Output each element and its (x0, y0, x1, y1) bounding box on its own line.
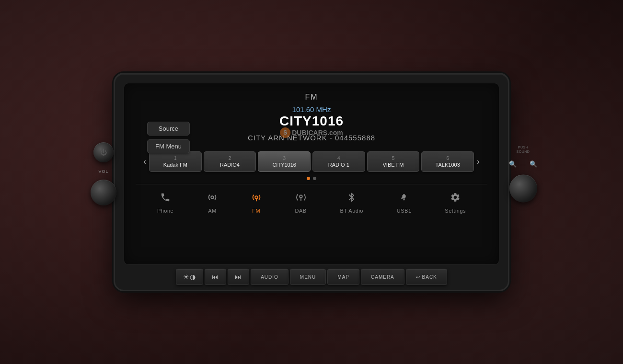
preset-btn-5[interactable]: 5 VIBE FM (367, 151, 420, 172)
preset-next-arrow[interactable]: › (474, 157, 483, 167)
page-dots (136, 177, 487, 180)
phone-label: Phone (157, 208, 173, 214)
nav-item-fm[interactable]: FM (247, 190, 265, 216)
hw-btn-back[interactable]: ↩ BACK (406, 269, 447, 285)
zoom-in-icon: 🔍 (530, 161, 537, 168)
car-dashboard: ⏻ VOL PUSH SOUND 🔍 — 🔍 (0, 0, 623, 364)
svg-point-3 (300, 195, 302, 198)
source-buttons: Source FM Menu (147, 122, 190, 153)
svg-point-1 (255, 196, 258, 199)
presets-row: 1 Kadak FM 2 RADIO4 3 CITY1016 4 RADIO 1… (149, 151, 474, 172)
vol-label: VOL (98, 169, 108, 174)
frequency-mhz: 101.60 MHz (136, 105, 487, 114)
volume-knob[interactable] (91, 180, 116, 205)
presets-container: ‹ 1 Kadak FM 2 RADIO4 3 CITY1016 4 RADIO… (140, 151, 483, 172)
nav-item-phone[interactable]: Phone (153, 190, 177, 216)
infotainment-unit: ⏻ VOL PUSH SOUND 🔍 — 🔍 (115, 74, 508, 290)
am-label: AM (208, 208, 217, 214)
hw-btn-map[interactable]: MAP (327, 269, 359, 285)
hw-btn-camera[interactable]: CAMERA (361, 269, 404, 285)
fm-label: FM (252, 208, 260, 214)
nav-item-am[interactable]: AM (203, 190, 221, 216)
source-button[interactable]: Source (147, 122, 190, 136)
preset-btn-1[interactable]: 1 Kadak FM (149, 151, 202, 172)
nav-item-bt_audio[interactable]: BT Audio (336, 190, 367, 216)
dubicars-icon: S (280, 127, 290, 138)
nav-item-dab[interactable]: DAB (291, 190, 311, 216)
hw-btn-menu[interactable]: MENU (290, 269, 326, 285)
left-controls: ⏻ VOL (91, 142, 116, 205)
fm-icon (251, 192, 262, 205)
dot-1 (307, 177, 310, 180)
preset-btn-6[interactable]: 6 TALK1003 (421, 151, 474, 172)
right-knob[interactable] (509, 175, 537, 203)
svg-point-0 (211, 196, 214, 199)
fm-title: FM (136, 93, 487, 102)
phone-icon (160, 192, 171, 205)
zoom-separator: — (520, 161, 526, 167)
hardware-buttons: ☀◑⏮⏭AUDIOMENUMAPCAMERA↩ BACK (124, 269, 499, 285)
preset-btn-4[interactable]: 4 RADIO 1 (312, 151, 365, 172)
preset-btn-2[interactable]: 2 RADIO4 (204, 151, 256, 172)
push-sound-label: PUSH SOUND (517, 145, 530, 154)
hw-btn-brightness[interactable]: ☀◑ (176, 269, 203, 285)
dab-icon (296, 192, 306, 205)
hw-btn-next[interactable]: ⏭ (228, 269, 249, 285)
fm-menu-button[interactable]: FM Menu (147, 139, 190, 153)
nav-item-usb1[interactable]: USB1 (393, 190, 415, 216)
bt_audio-label: BT Audio (340, 208, 363, 214)
power-knob[interactable]: ⏻ (93, 142, 114, 162)
right-controls: PUSH SOUND 🔍 — 🔍 (509, 145, 537, 202)
screen-content: FM Source FM Menu 101.60 MHz CITY1016 CI… (136, 93, 487, 172)
am-icon (207, 192, 218, 205)
bt_audio-icon (346, 192, 357, 205)
dot-2 (313, 177, 316, 180)
main-screen: ⏻ VOL PUSH SOUND 🔍 — 🔍 (124, 83, 499, 265)
settings-label: Settings (445, 208, 466, 214)
usb1-icon (399, 192, 409, 205)
dab-label: DAB (295, 208, 307, 214)
infotainment-display: ⏻ VOL PUSH SOUND 🔍 — 🔍 (115, 74, 508, 290)
dubicars-watermark: S DUBICARS.com (280, 127, 343, 138)
preset-prev-arrow[interactable]: ‹ (140, 157, 149, 167)
settings-icon (450, 192, 461, 205)
hw-btn-prev[interactable]: ⏮ (205, 269, 226, 285)
preset-btn-3[interactable]: 3 CITY1016 (258, 151, 311, 172)
nav-icons-row: Phone AM FM DAB BT Audio USB1 Settings (136, 184, 487, 219)
dubicars-text: DUBICARS.com (292, 129, 343, 136)
nav-item-settings[interactable]: Settings (441, 190, 470, 216)
hw-btn-audio[interactable]: AUDIO (251, 269, 288, 285)
zoom-out-icon: 🔍 (509, 161, 517, 168)
usb1-label: USB1 (397, 208, 412, 214)
